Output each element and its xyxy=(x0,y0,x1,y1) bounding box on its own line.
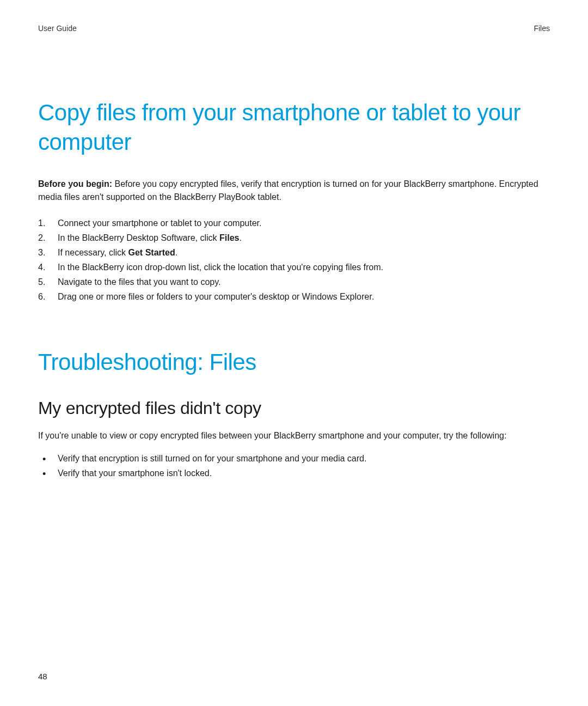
before-you-begin-paragraph: Before you begin: Before you copy encryp… xyxy=(38,178,550,204)
step-text: Connect your smartphone or tablet to you… xyxy=(58,218,261,228)
step-bold: Files xyxy=(219,233,239,242)
steps-list: Connect your smartphone or tablet to you… xyxy=(38,216,550,305)
section-title-copy-files: Copy files from your smartphone or table… xyxy=(38,98,550,157)
bullet-item: Verify that your smartphone isn't locked… xyxy=(38,466,550,480)
step-text: Drag one or more files or folders to you… xyxy=(58,292,374,301)
subsection-title-encrypted: My encrypted files didn't copy xyxy=(38,398,550,418)
step-text: Navigate to the files that you want to c… xyxy=(58,277,220,287)
page-number: 48 xyxy=(38,672,47,681)
troubleshooting-bullets: Verify that encryption is still turned o… xyxy=(38,451,550,480)
page-header: User Guide Files xyxy=(38,24,550,33)
bullet-item: Verify that encryption is still turned o… xyxy=(38,451,550,466)
step-item: If necessary, click Get Started. xyxy=(38,245,550,260)
step-text: If necessary, click xyxy=(58,248,128,257)
bullet-text: Verify that your smartphone isn't locked… xyxy=(58,468,212,478)
step-item: Connect your smartphone or tablet to you… xyxy=(38,216,550,230)
step-text: In the BlackBerry Desktop Software, clic… xyxy=(58,233,219,242)
step-text: . xyxy=(175,248,177,257)
bullet-text: Verify that encryption is still turned o… xyxy=(58,454,366,463)
step-bold: Get Started xyxy=(128,248,175,257)
step-item: In the BlackBerry Desktop Software, clic… xyxy=(38,230,550,245)
troubleshooting-paragraph: If you're unable to view or copy encrypt… xyxy=(38,429,550,442)
header-left: User Guide xyxy=(38,24,77,33)
step-text: . xyxy=(239,233,241,242)
before-you-begin-label: Before you begin: xyxy=(38,179,114,188)
header-right: Files xyxy=(534,24,550,33)
step-item: Navigate to the files that you want to c… xyxy=(38,275,550,289)
section-title-troubleshooting: Troubleshooting: Files xyxy=(38,348,550,377)
step-text: In the BlackBerry icon drop-down list, c… xyxy=(58,263,383,272)
step-item: In the BlackBerry icon drop-down list, c… xyxy=(38,260,550,275)
step-item: Drag one or more files or folders to you… xyxy=(38,289,550,304)
